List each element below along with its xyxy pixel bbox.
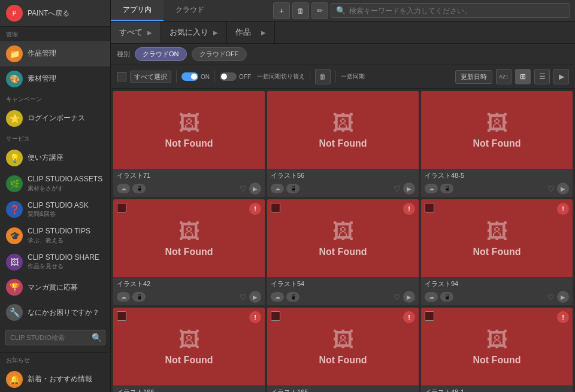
cloud-sync-icon-48-5[interactable]: ☁ [425, 184, 438, 193]
not-found-icon-71: 🖼 [178, 111, 200, 136]
device-icon-48-5[interactable]: 📱 [440, 184, 453, 193]
tips-label: CLIP STUDIO TIPS [28, 227, 90, 236]
tab-app[interactable]: アプリ内 [111, 0, 164, 21]
search-input[interactable] [349, 7, 565, 15]
sidebar-search-input[interactable] [5, 330, 105, 345]
favorite-icon-54[interactable]: ♡ [394, 293, 401, 302]
sort-az-button[interactable]: AZ↕ [496, 69, 512, 84]
arrow-icon-54[interactable]: ▶ [403, 291, 415, 303]
grid-item-56[interactable]: 🖼 Not Found イラスト56 ☁ 📱 ♡ ▶ [267, 91, 419, 197]
grid-item-thumb-56: 🖼 Not Found [267, 91, 419, 169]
device-icon-54[interactable]: 📱 [286, 292, 299, 302]
nav-all-chevron: ▶ [147, 29, 152, 36]
sidebar-item-assets[interactable]: 🌿 CLIP STUDIO ASSETS 素材をさがす [0, 171, 110, 197]
sidebar-item-help[interactable]: 🔧 なにかお困りですか？ [0, 300, 110, 325]
sidebar-item-ask[interactable]: ❓ CLIP STUDIO ASK 質問&回答 [0, 197, 110, 223]
nav-all[interactable]: すべて ▶ [111, 22, 161, 43]
grid-item-info-54: イラスト54 ☁ 📱 ♡ ▶ [267, 277, 419, 305]
grid-item-94[interactable]: ! 🖼 Not Found イラスト94 ☁ 📱 ♡ ▶ [421, 199, 573, 305]
sidebar-item-materials[interactable]: 🎨 素材管理 [0, 66, 110, 92]
sidebar-item-works[interactable]: 📁 作品管理 [0, 41, 110, 66]
next-button[interactable]: ▶ [553, 69, 569, 84]
top-tabs: アプリ内 クラウド + 🗑 ✏ 🔍 [111, 0, 575, 22]
delete-icon: 🗑 [297, 7, 304, 15]
manga-icon: 🏆 [6, 279, 23, 296]
cloud-sync-icon-71[interactable]: ☁ [117, 184, 130, 193]
not-found-text-166: Not Found [165, 355, 213, 366]
toggle-on[interactable] [181, 72, 198, 81]
grid-item-info-165: イラスト165 ☁ 📱 ♡ ▶ [267, 385, 419, 392]
grid-item-71[interactable]: 🖼 Not Found イラスト71 ☁ 📱 ♡ ▶ [113, 91, 265, 197]
nav-favorites[interactable]: お気に入り ▶ [161, 22, 227, 43]
tab-cloud[interactable]: クラウド [164, 0, 216, 21]
date-sort-button[interactable]: 更新日時 [455, 70, 492, 84]
delete-button[interactable]: 🗑 [292, 2, 309, 19]
grid-checkbox-48-1[interactable] [425, 311, 434, 321]
device-icon-56[interactable]: 📱 [286, 184, 299, 193]
grid-item-info-42: イラスト42 ☁ 📱 ♡ ▶ [113, 277, 265, 305]
login-bonus-icon: ⭐ [6, 110, 23, 127]
tips-sub-label: 学ぶ、教える [28, 236, 90, 245]
device-icon-42[interactable]: 📱 [132, 292, 146, 302]
back-button[interactable]: PAINTへ戻る [28, 8, 69, 19]
favorite-icon-94[interactable]: ♡ [547, 293, 555, 302]
delete-ctrl-icon: 🗑 [319, 72, 326, 81]
favorite-icon-42[interactable]: ♡ [240, 293, 247, 302]
device-icon-94[interactable]: 📱 [440, 292, 453, 302]
campaigns-section-label: キャンペーン [0, 92, 110, 106]
grid-row-3: ! 🖼 Not Found イラスト166 ☁ 📱 ♡ ▶ [113, 308, 573, 392]
cloud-sync-icon-42[interactable]: ☁ [117, 292, 130, 302]
favorite-icon-71[interactable]: ♡ [240, 184, 247, 193]
grid-view-button[interactable]: ⊞ [515, 69, 531, 84]
filter-cloud-on[interactable]: クラウドON [135, 47, 187, 61]
sidebar-item-share[interactable]: 🖼 CLIP STUDIO SHARE 作品を見せる [0, 249, 110, 275]
filter-cloud-off[interactable]: クラウドOFF [192, 47, 247, 61]
arrow-icon-42[interactable]: ▶ [249, 291, 261, 303]
grid-item-42[interactable]: ! 🖼 Not Found イラスト42 ☁ 📱 ♡ ▶ [113, 199, 265, 305]
sidebar-item-news[interactable]: 🔔 新着・おすすめ情報 [0, 367, 110, 392]
grid-item-48-1[interactable]: ! 🖼 Not Found イラスト48-1 ☁ 📱 ♡ ▶ [421, 308, 573, 392]
device-icon-71[interactable]: 📱 [132, 184, 146, 193]
grid-item-165[interactable]: ! 🖼 Not Found イラスト165 ☁ 📱 ♡ ▶ [267, 308, 419, 392]
sidebar-item-tips[interactable]: 🎓 CLIP STUDIO TIPS 学ぶ、教える [0, 223, 110, 249]
cloud-sync-icon-94[interactable]: ☁ [425, 292, 438, 302]
grid-item-48-5[interactable]: 🖼 Not Found イラスト48-5 ☁ 📱 ♡ ▶ [421, 91, 573, 197]
select-all-checkbox[interactable] [117, 72, 126, 81]
grid-item-54[interactable]: ! 🖼 Not Found イラスト54 ☁ 📱 ♡ ▶ [267, 199, 419, 305]
materials-label: 素材管理 [28, 74, 56, 84]
howto-icon: 💡 [6, 150, 23, 166]
grid-item-166[interactable]: ! 🖼 Not Found イラスト166 ☁ 📱 ♡ ▶ [113, 308, 265, 392]
grid-row-1: 🖼 Not Found イラスト71 ☁ 📱 ♡ ▶ [113, 91, 573, 197]
add-button[interactable]: + [273, 2, 290, 19]
grid-checkbox-42[interactable] [117, 203, 126, 212]
grid-item-thumb-165: 🖼 Not Found [267, 308, 419, 385]
sidebar-header[interactable]: P PAINTへ戻る [0, 0, 110, 27]
grid-checkbox-54[interactable] [271, 203, 280, 212]
edit-button[interactable]: ✏ [311, 2, 328, 19]
grid-checkbox-94[interactable] [425, 203, 434, 212]
sidebar-search-button[interactable]: 🔍 [92, 333, 102, 342]
toggle-off[interactable] [220, 72, 237, 81]
arrow-icon-56[interactable]: ▶ [403, 183, 415, 195]
management-section-label: 管理 [0, 27, 110, 41]
favorite-icon-56[interactable]: ♡ [394, 184, 401, 193]
list-view-button[interactable]: ☰ [534, 69, 550, 84]
cloud-sync-icon-54[interactable]: ☁ [271, 292, 284, 302]
sidebar-item-login-bonus[interactable]: ⭐ ログインボーナス [0, 106, 110, 131]
delete-ctrl-button[interactable]: 🗑 [315, 69, 331, 84]
arrow-icon-94[interactable]: ▶ [557, 291, 569, 303]
cloud-sync-icon-56[interactable]: ☁ [271, 184, 284, 193]
sidebar-item-howto[interactable]: 💡 使い方講座 [0, 145, 110, 171]
nav-works[interactable]: 作品 ▶ [227, 22, 275, 43]
list-view-icon: ☰ [539, 72, 546, 81]
nav-items: すべて ▶ お気に入り ▶ 作品 ▶ [111, 22, 575, 43]
toggle-off-label: OFF [239, 74, 251, 80]
select-all-button[interactable]: すべて選択 [130, 71, 171, 83]
grid-checkbox-166[interactable] [117, 311, 126, 321]
arrow-icon-71[interactable]: ▶ [249, 183, 261, 195]
grid-warning-165: ! [403, 311, 415, 323]
favorite-icon-48-5[interactable]: ♡ [547, 184, 555, 193]
grid-checkbox-165[interactable] [271, 311, 280, 321]
arrow-icon-48-5[interactable]: ▶ [557, 183, 569, 195]
sidebar-item-manga[interactable]: 🏆 マンガ賞に応募 [0, 275, 110, 300]
